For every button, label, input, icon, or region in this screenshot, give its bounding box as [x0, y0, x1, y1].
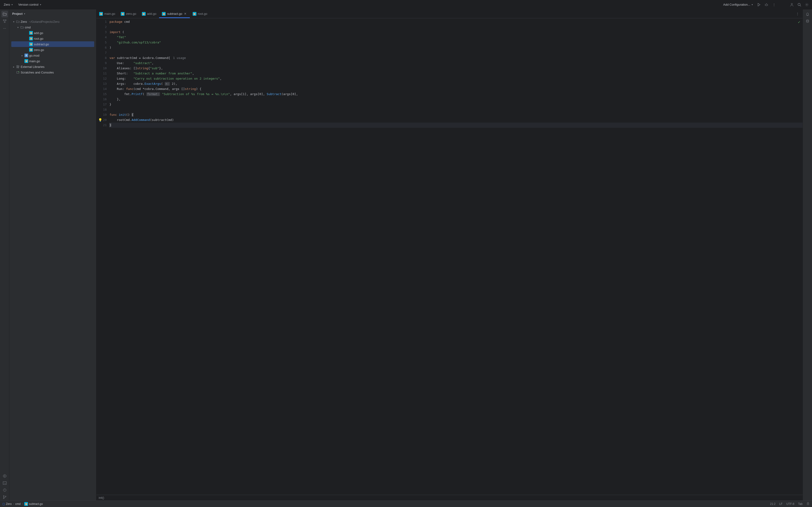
services-tool-button[interactable]: [1, 473, 8, 479]
chevron-down-icon[interactable]: ▾: [24, 12, 25, 15]
gutter-line[interactable]: 9: [96, 61, 107, 66]
kebab-icon: ⋮: [796, 12, 799, 15]
tab-label: main.go: [104, 12, 115, 15]
gutter-line[interactable]: 7: [96, 50, 107, 55]
gutter-line[interactable]: 5: [96, 40, 107, 45]
gutter-line[interactable]: 10: [96, 66, 107, 71]
code-line: Run: func(cmd *cobra.Command, args []str…: [109, 87, 803, 92]
gutter-line[interactable]: 19: [96, 112, 107, 117]
gutter-line[interactable]: 3: [96, 30, 107, 35]
notifications-button[interactable]: [804, 11, 811, 17]
gutter-line[interactable]: 8: [96, 55, 107, 61]
svg-point-10: [3, 496, 4, 496]
gutter-line[interactable]: 13: [96, 81, 107, 87]
lock-icon: [806, 502, 810, 505]
indent-setting[interactable]: Tab: [798, 502, 803, 506]
editor-breadcrumb[interactable]: init(): [96, 495, 803, 500]
code-line: func init() {: [109, 112, 803, 117]
tree-item[interactable]: 🐹zero.go: [11, 47, 94, 53]
chevron-down-icon: ▾: [40, 3, 41, 6]
tree-item-label: zero.go: [34, 48, 44, 52]
warning-icon: [3, 488, 7, 492]
editor-tab[interactable]: 🐹subtract.go✕: [159, 9, 190, 18]
navigation-breadcrumb[interactable]: ▢ Zero › cmd › 🐹 subtract.go: [2, 502, 43, 506]
editor-code[interactable]: ✓ package cmdimport ( "fmt" "github.com/…: [109, 18, 803, 495]
tree-item[interactable]: ▾Zero~/GolandProjects/Zero: [11, 19, 94, 24]
gutter-line[interactable]: 15: [96, 92, 107, 97]
gutter-line[interactable]: 11: [96, 71, 107, 76]
bug-icon: [764, 3, 768, 7]
top-toolbar: Zero ▾ Version control ▾ Add Configurati…: [0, 0, 812, 9]
code-with-me-button[interactable]: [789, 1, 795, 8]
readonly-toggle[interactable]: [806, 502, 810, 506]
settings-button[interactable]: [804, 1, 810, 8]
tree-item[interactable]: 🐹add.go: [11, 30, 94, 36]
inspection-ok-icon[interactable]: ✓: [798, 20, 800, 24]
tree-item[interactable]: 🐹subtract.go: [11, 41, 94, 47]
file-encoding[interactable]: UTF-8: [787, 502, 794, 506]
tree-item[interactable]: Scratches and Consoles: [11, 69, 94, 75]
gutter-line[interactable]: 1: [96, 19, 107, 24]
code-line: package cmd: [109, 19, 803, 24]
problems-tool-button[interactable]: [1, 487, 8, 493]
terminal-tool-button[interactable]: [1, 480, 8, 486]
svg-point-2: [798, 3, 800, 6]
gutter-line[interactable]: 17: [96, 102, 107, 107]
chevron-down-icon: ▾: [11, 3, 13, 6]
project-selector[interactable]: Zero ▾: [2, 2, 14, 7]
tab-label: subtract.go: [167, 12, 182, 15]
code-line: Long: "Carry out subtraction operation o…: [109, 76, 803, 81]
editor-tab[interactable]: 🐹add.go✕: [139, 9, 159, 18]
project-tool-button[interactable]: [1, 11, 8, 17]
tree-item-icon: [16, 65, 20, 68]
cursor-position[interactable]: 21:2: [770, 502, 775, 506]
close-icon[interactable]: ✕: [184, 12, 187, 15]
editor-area: 🐹main.go✕🐹zero.go✕🐹add.go✕🐹subtract.go✕🐹…: [96, 9, 803, 500]
tree-item[interactable]: ▸External Libraries: [11, 64, 94, 69]
debug-button[interactable]: [763, 1, 770, 8]
editor-tabs: 🐹main.go✕🐹zero.go✕🐹add.go✕🐹subtract.go✕🐹…: [96, 9, 803, 18]
gutter-line[interactable]: 12: [96, 76, 107, 81]
editor-tab[interactable]: 🐹root.go✕: [190, 9, 210, 18]
project-tree: ▾Zero~/GolandProjects/Zero▾cmd🐹add.go🐹ro…: [9, 18, 96, 76]
editor-tab[interactable]: 🐹zero.go✕: [118, 9, 139, 18]
sidebar-title: Project: [12, 12, 22, 15]
gutter-line[interactable]: 21: [96, 123, 107, 128]
tab-label: zero.go: [126, 12, 136, 15]
go-file-icon: 🐹: [24, 502, 28, 506]
tree-item[interactable]: 🐹root.go: [11, 36, 94, 41]
gutter-line[interactable]: 18: [96, 107, 107, 112]
run-button[interactable]: [756, 1, 762, 8]
search-button[interactable]: [796, 1, 803, 8]
tree-item-icon: 🐹: [29, 48, 33, 52]
tab-options-button[interactable]: ⋮: [794, 11, 801, 17]
database-tool-button[interactable]: [804, 18, 811, 24]
structure-tool-button[interactable]: [1, 18, 8, 24]
vcs-dropdown[interactable]: Version control ▾: [16, 2, 43, 7]
gutter-line[interactable]: 14: [96, 87, 107, 92]
intention-bulb-icon[interactable]: 💡: [98, 117, 102, 123]
run-config-dropdown[interactable]: Add Configuration... ▾: [721, 2, 755, 7]
go-file-icon: 🐹: [99, 12, 103, 16]
svg-point-0: [765, 4, 767, 6]
tree-item[interactable]: ▸go.mod: [11, 53, 94, 58]
vcs-tool-button[interactable]: [1, 494, 8, 500]
more-tools-button[interactable]: ⋯: [1, 25, 8, 32]
go-file-icon: 🐹: [193, 12, 197, 16]
svg-point-3: [806, 4, 807, 5]
gutter-line[interactable]: 4: [96, 35, 107, 40]
tree-item-label: Zero: [21, 20, 27, 23]
line-separator[interactable]: LF: [779, 502, 782, 506]
tree-item-label: go.mod: [29, 54, 39, 57]
terminal-icon: [3, 481, 7, 485]
code-line: "fmt": [109, 35, 803, 40]
tree-item-icon: 🐹: [24, 59, 28, 63]
gutter-line[interactable]: 2: [96, 24, 107, 30]
gutter-line[interactable]: 6: [96, 45, 107, 50]
gutter-line[interactable]: 20💡: [96, 117, 107, 123]
editor-tab[interactable]: 🐹main.go✕: [96, 9, 118, 18]
tree-item[interactable]: 🐹main.go: [11, 58, 94, 64]
tree-item[interactable]: ▾cmd: [11, 24, 94, 30]
more-actions-button[interactable]: ⋮: [771, 1, 777, 8]
gutter-line[interactable]: 16: [96, 97, 107, 102]
